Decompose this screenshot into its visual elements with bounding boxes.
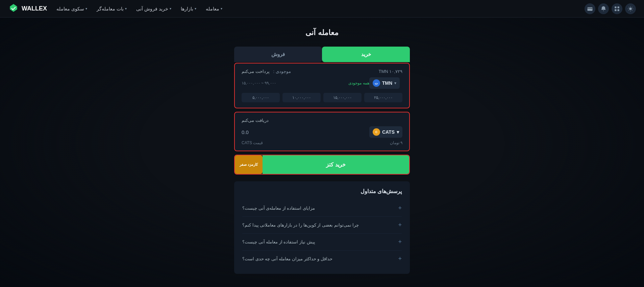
balance-row: ۱۰,۷۲۹ TMN موجودی : پرداخت می‌کنم bbox=[242, 69, 402, 74]
price-row: ۹ تومان قیمت CATS bbox=[242, 140, 402, 145]
buy-button-box: خرید کتز کارمزد صفر bbox=[234, 155, 410, 175]
pay-amount-input[interactable] bbox=[279, 80, 349, 86]
amount-row: ▾ TMN ت همه موجودی ۹۹,۰۰۰ ~ ۱۵,۰۰۰,۰۰۰ bbox=[242, 77, 402, 89]
quick-btn-4[interactable]: ۵,۰۰۰,۰۰۰ bbox=[242, 93, 280, 102]
cats-selector[interactable]: ▾ CATS C bbox=[369, 126, 402, 138]
faq-item-1[interactable]: + چرا نمی‌توانم بعضی از کوین‌ها را در با… bbox=[242, 217, 402, 234]
nav-item-bot[interactable]: ▾ بات معامله‌گر bbox=[97, 6, 127, 11]
navbar: ▾ معامله ▾ بازارها ▾ خرید فروش آنی ▾ بات… bbox=[0, 0, 644, 18]
faq-text-2: پیش نیاز استفاده از معامله آنی چیست؟ bbox=[242, 239, 315, 244]
chevron-down-icon: ▾ bbox=[170, 7, 171, 10]
nav-item-trade[interactable]: ▾ معامله bbox=[206, 6, 222, 11]
svg-rect-5 bbox=[588, 7, 593, 11]
page-title: معامله آنی bbox=[305, 28, 338, 37]
nav-left-icons bbox=[585, 3, 636, 14]
faq-expand-icon: + bbox=[398, 221, 402, 229]
buy-btn-inner: خرید کتز کارمزد صفر bbox=[235, 155, 409, 174]
chevron-down-icon: ▾ bbox=[195, 7, 196, 10]
chevron-down-icon: ▾ bbox=[397, 129, 399, 135]
nav-right-items: ▾ معامله ▾ بازارها ▾ خرید فروش آنی ▾ بات… bbox=[8, 3, 222, 14]
cats-coin-icon: C bbox=[373, 128, 380, 136]
nav-item-markets[interactable]: ▾ بازارها bbox=[181, 6, 196, 11]
balance-value: ۱۰,۷۲۹ TMN bbox=[379, 69, 402, 74]
profile-icon[interactable] bbox=[612, 3, 622, 14]
notification-icon[interactable] bbox=[598, 3, 609, 14]
tmn-coin-icon: ت bbox=[373, 79, 380, 87]
svg-rect-1 bbox=[615, 6, 616, 8]
faq-text-1: چرا نمی‌توانم بعضی از کوین‌ها را در بازا… bbox=[242, 223, 359, 228]
faq-expand-icon: + bbox=[398, 238, 402, 245]
wallex-logo[interactable]: WALLEX bbox=[8, 3, 47, 14]
receive-label-row: دریافت می‌کنم bbox=[242, 118, 402, 123]
receive-amount-input[interactable] bbox=[242, 129, 365, 135]
faq-item-0[interactable]: + مزایای استفاده از معامله‌ی آنی چیست؟ bbox=[242, 200, 402, 217]
quick-btn-2[interactable]: ۱۵,۰۰۰,۰۰۰ bbox=[323, 93, 362, 102]
faq-item-3[interactable]: + حداقل و حداکثر میزان معامله آنی چه حدی… bbox=[242, 251, 402, 267]
nav-item-instant[interactable]: ▾ خرید فروش آنی bbox=[136, 6, 171, 11]
tab-sell[interactable]: فروش bbox=[234, 47, 322, 62]
faq-text-3: حداقل و حداکثر میزان معامله آنی چه حدی ا… bbox=[242, 256, 332, 261]
currency-selector-tmn[interactable]: ▾ TMN ت bbox=[369, 77, 400, 89]
faq-expand-icon: + bbox=[398, 255, 402, 262]
chevron-down-icon: ▾ bbox=[125, 7, 127, 10]
theme-toggle-icon[interactable] bbox=[625, 3, 636, 14]
svg-rect-3 bbox=[615, 9, 616, 11]
quick-btn-1[interactable]: ۲۵,۰۰۰,۰۰۰ bbox=[364, 93, 402, 102]
svg-point-0 bbox=[629, 7, 632, 10]
receive-section: دریافت می‌کنم ▾ CATS C ۹ تومان قیمت CATS bbox=[234, 112, 410, 151]
tab-buy[interactable]: خرید bbox=[322, 47, 410, 62]
pay-section: ۱۰,۷۲۹ TMN موجودی : پرداخت می‌کنم ▾ TMN … bbox=[234, 63, 410, 108]
chevron-down-icon: ▾ bbox=[85, 7, 87, 10]
faq-expand-icon: + bbox=[398, 205, 402, 212]
faq-title: پرسش‌های متداول bbox=[242, 188, 402, 194]
balance-label: موجودی : پرداخت می‌کنم bbox=[242, 69, 291, 74]
quick-amounts: ۲۵,۰۰۰,۰۰۰ ۱۵,۰۰۰,۰۰۰ ۱۰,۰۰۰,۰۰۰ ۵,۰۰۰,۰… bbox=[242, 93, 402, 102]
chevron-down-icon: ▾ bbox=[394, 81, 396, 85]
chevron-down-icon: ▾ bbox=[221, 7, 222, 10]
quick-btn-3[interactable]: ۱۰,۰۰۰,۰۰۰ bbox=[282, 93, 321, 102]
wallet-icon[interactable] bbox=[585, 3, 595, 14]
zero-fee-badge: کارمزد صفر bbox=[235, 155, 263, 174]
tab-row: خرید فروش bbox=[234, 47, 410, 62]
receive-row: ▾ CATS C bbox=[242, 126, 402, 138]
svg-rect-4 bbox=[618, 9, 619, 11]
all-balance-btn[interactable]: همه موجودی bbox=[348, 81, 369, 85]
svg-rect-2 bbox=[618, 6, 619, 8]
faq-text-0: مزایای استفاده از معامله‌ی آنی چیست؟ bbox=[242, 206, 315, 211]
nav-item-platform[interactable]: ▾ سکوی معامله bbox=[56, 6, 87, 11]
trade-card: خرید فروش ۱۰,۷۲۹ TMN موجودی : پرداخت می‌… bbox=[234, 47, 410, 274]
main-content: معامله آنی خرید فروش ۱۰,۷۲۹ TMN موجودی :… bbox=[0, 18, 644, 287]
buy-cats-button[interactable]: خرید کتز bbox=[263, 155, 409, 174]
faq-item-2[interactable]: + پیش نیاز استفاده از معامله آنی چیست؟ bbox=[242, 234, 402, 251]
faq-section: پرسش‌های متداول + مزایای استفاده از معام… bbox=[234, 181, 410, 274]
